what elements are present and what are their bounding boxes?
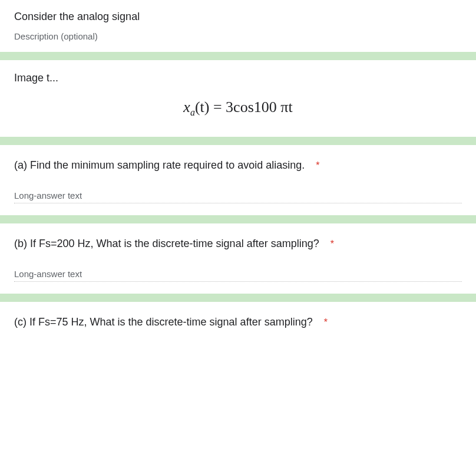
equation-var: x — [183, 98, 190, 116]
question-a-label: (a) Find the minimum sampling rate requi… — [14, 159, 305, 171]
equation-subscript: a — [190, 107, 195, 117]
section-divider — [0, 215, 476, 223]
form-title[interactable]: Consider the analog signal — [14, 11, 462, 23]
question-b-label: (b) If Fs=200 Hz, What is the discrete-t… — [14, 238, 319, 249]
equation-body: (t) = 3cos100 πt — [195, 98, 293, 116]
question-b-text[interactable]: (b) If Fs=200 Hz, What is the discrete-t… — [14, 238, 462, 250]
question-b-answer-input[interactable] — [14, 267, 462, 282]
question-a-answer-input[interactable] — [14, 188, 462, 203]
question-c-text[interactable]: (c) If Fs=75 Hz, What is the discrete-ti… — [14, 316, 462, 328]
image-title-label[interactable]: Image t... — [0, 60, 476, 90]
question-b-section: (b) If Fs=200 Hz, What is the discrete-t… — [0, 223, 476, 294]
image-section: Image t... xa(t) = 3cos100 πt — [0, 60, 476, 137]
question-c-label: (c) If Fs=75 Hz, What is the discrete-ti… — [14, 316, 313, 328]
header-section: Consider the analog signal Description (… — [0, 0, 476, 52]
form-description-placeholder[interactable]: Description (optional) — [14, 31, 462, 41]
equation-display: xa(t) = 3cos100 πt — [183, 98, 292, 118]
section-divider — [0, 52, 476, 60]
section-divider — [0, 294, 476, 302]
question-a-section: (a) Find the minimum sampling rate requi… — [0, 145, 476, 215]
question-c-section: (c) If Fs=75 Hz, What is the discrete-ti… — [0, 302, 476, 333]
required-indicator: * — [316, 160, 319, 170]
required-indicator: * — [330, 239, 334, 249]
section-divider — [0, 137, 476, 145]
equation-container: xa(t) = 3cos100 πt — [0, 90, 476, 137]
required-indicator: * — [324, 317, 328, 327]
question-a-text[interactable]: (a) Find the minimum sampling rate requi… — [14, 159, 462, 172]
